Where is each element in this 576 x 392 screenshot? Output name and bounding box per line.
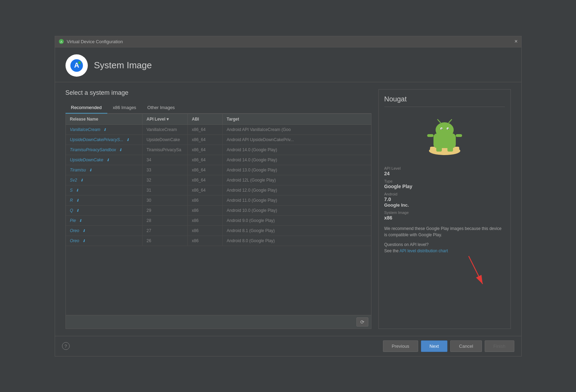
table-row[interactable]: Pie ⬇ 28 x86 Android 9.0 (Google Play)	[66, 216, 371, 226]
page-title: System Image	[94, 60, 152, 71]
api-level-section: API Level 24	[384, 166, 505, 176]
system-image-value: x86	[384, 215, 505, 221]
download-icon[interactable]: ⬇	[76, 198, 79, 203]
cell-abi: x86_64	[188, 155, 223, 165]
cell-abi: x86_64	[188, 175, 223, 185]
api-question: Questions on API level? See the API leve…	[384, 241, 505, 254]
cell-release: S ⬇	[66, 185, 143, 195]
download-icon[interactable]: ⬇	[89, 168, 92, 172]
cell-api: 26	[143, 236, 188, 246]
download-icon[interactable]: ⬇	[79, 218, 82, 223]
cell-target: Android 14.0 (Google Play)	[223, 145, 371, 155]
svg-line-14	[449, 120, 452, 123]
select-title: Select a system image	[66, 89, 371, 97]
table-row[interactable]: UpsideDownCake ⬇ 34 x86_64 Android 14.0 …	[66, 155, 371, 165]
table-row[interactable]: VanillaIceCream ⬇ VanillaIceCream x86_64…	[66, 125, 371, 135]
table-row[interactable]: Oreo ⬇ 26 x86 Android 8.0 (Google Play)	[66, 236, 371, 246]
cell-target: Android 9.0 (Google Play)	[223, 216, 371, 225]
cell-target: Android 10.0 (Google Play)	[223, 206, 371, 215]
cell-abi: x86_64	[188, 125, 223, 134]
cell-abi: x86	[188, 195, 223, 205]
cell-api: 34	[143, 155, 188, 165]
col-header-api[interactable]: API Level ▾	[143, 114, 188, 124]
cell-api: 31	[143, 185, 188, 195]
system-image-section: System Image x86	[384, 210, 505, 221]
vendor-value: Google Inc.	[384, 202, 505, 208]
detail-panel: Nougat	[378, 89, 511, 329]
recommendation-text: We recommend these Google Play images be…	[384, 225, 505, 238]
download-icon[interactable]: ⬇	[119, 148, 122, 152]
download-icon[interactable]: ⬇	[82, 239, 85, 243]
type-label: Type	[384, 179, 505, 183]
svg-rect-17	[436, 147, 442, 152]
cell-api: TiramisuPrivacySa	[143, 145, 188, 155]
cell-api: 30	[143, 195, 188, 205]
tab-x86images[interactable]: x86 Images	[107, 102, 142, 114]
window-title: Virtual Device Configuration	[67, 39, 515, 44]
table-row[interactable]: UpsideDownCakePrivacyS... ⬇ UpsideDownCa…	[66, 135, 371, 145]
cell-release: Sv2 ⬇	[66, 175, 143, 185]
type-value: Google Play	[384, 184, 505, 189]
system-image-label: System Image	[384, 210, 505, 215]
cell-target: Android 11.0 (Google Play)	[223, 195, 371, 205]
table-body: VanillaIceCream ⬇ VanillaIceCream x86_64…	[66, 125, 371, 315]
cell-release: Q ⬇	[66, 206, 143, 215]
cancel-button[interactable]: Cancel	[450, 340, 482, 352]
header: A System Image	[55, 47, 521, 82]
download-icon[interactable]: ⬇	[106, 158, 109, 162]
table-row[interactable]: R ⬇ 30 x86 Android 11.0 (Google Play)	[66, 195, 371, 206]
download-icon[interactable]: ⬇	[80, 178, 83, 183]
table-row[interactable]: Oreo ⬇ 27 x86 Android 8.1 (Google Play)	[66, 226, 371, 236]
download-icon[interactable]: ⬇	[76, 208, 79, 213]
cell-abi: x86_64	[188, 185, 223, 195]
android-mascot-container	[384, 116, 505, 158]
cell-target: Android API VanillaIceCream (Goo	[223, 125, 371, 134]
previous-button[interactable]: Previous	[383, 340, 418, 352]
api-distribution-link[interactable]: API level distribution chart	[400, 248, 448, 253]
cell-release: Oreo ⬇	[66, 236, 143, 246]
download-icon[interactable]: ⬇	[82, 229, 85, 233]
col-header-abi: ABI	[188, 114, 223, 124]
detail-grid: API Level 24 Type Google Play Android 7.…	[384, 166, 505, 221]
svg-point-11	[441, 128, 442, 129]
svg-line-20	[469, 256, 483, 284]
table-row[interactable]: Q ⬇ 29 x86 Android 10.0 (Google Play)	[66, 206, 371, 216]
col-header-release: Release Name	[66, 114, 143, 124]
cell-target: Android 14.0 (Google Play)	[223, 155, 371, 165]
tab-recommended[interactable]: Recommended	[66, 102, 107, 114]
cell-release: TiramisuPrivacySandbox ⬇	[66, 145, 143, 155]
download-icon[interactable]: ⬇	[76, 188, 79, 193]
refresh-button[interactable]: ⟳	[356, 317, 368, 326]
type-section: Type Google Play	[384, 179, 505, 189]
download-icon[interactable]: ⬇	[126, 138, 129, 142]
close-button[interactable]: ×	[514, 39, 517, 44]
cell-abi: x86_64	[188, 135, 223, 145]
table-row[interactable]: Sv2 ⬇ 32 x86_64 Android 12L (Google Play…	[66, 175, 371, 185]
download-icon[interactable]: ⬇	[103, 128, 106, 132]
cell-api: 27	[143, 226, 188, 236]
table-row[interactable]: S ⬇ 31 x86_64 Android 12.0 (Google Play)	[66, 185, 371, 195]
cell-release: Tiramisu ⬇	[66, 165, 143, 175]
svg-line-13	[438, 120, 440, 123]
android-value: 7.0	[384, 197, 505, 202]
cell-target: Android 8.0 (Google Play)	[223, 236, 371, 246]
tab-otherimages[interactable]: Other Images	[142, 102, 181, 114]
api-level-label: API Level	[384, 166, 505, 170]
cell-api: VanillaIceCream	[143, 125, 188, 134]
svg-rect-15	[427, 134, 433, 137]
cell-api: 33	[143, 165, 188, 175]
app-icon: A	[59, 39, 64, 44]
arrow-annotation	[462, 254, 490, 290]
next-button[interactable]: Next	[421, 340, 448, 352]
cell-abi: x86	[188, 226, 223, 236]
svg-rect-16	[456, 134, 462, 137]
cell-abi: x86	[188, 206, 223, 215]
table-row[interactable]: Tiramisu ⬇ 33 x86_64 Android 13.0 (Googl…	[66, 165, 371, 175]
cell-target: Android 13.0 (Google Play)	[223, 165, 371, 175]
help-button[interactable]: ?	[62, 342, 70, 350]
cell-target: Android 8.1 (Google Play)	[223, 226, 371, 236]
table-row[interactable]: TiramisuPrivacySandbox ⬇ TiramisuPrivacy…	[66, 145, 371, 155]
system-image-table: Release Name API Level ▾ ABI Target Vani…	[66, 114, 371, 329]
cell-release: R ⬇	[66, 195, 143, 205]
cell-release: VanillaIceCream ⬇	[66, 125, 143, 134]
